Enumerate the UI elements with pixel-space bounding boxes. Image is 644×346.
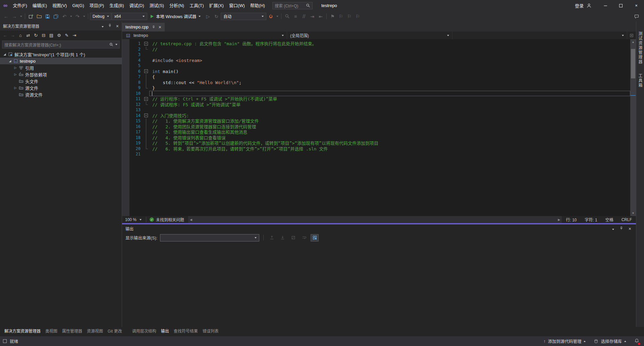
- auto-hide-tab-1[interactable]: 工具箱: [637, 74, 643, 88]
- line-number[interactable]: 9: [129, 85, 143, 91]
- line-number[interactable]: 7: [129, 74, 143, 80]
- maximize-button[interactable]: [613, 0, 629, 11]
- sign-in-button[interactable]: 登录: [575, 2, 584, 9]
- code-line-9[interactable]: 9}: [122, 85, 630, 91]
- scroll-up-icon[interactable]: ▲: [630, 39, 636, 45]
- horizontal-scrollbar[interactable]: [194, 216, 556, 223]
- line-number[interactable]: 3: [129, 52, 143, 58]
- code-line-19[interactable]: 19// 5. 转到“项目”>“添加新项”以创建新的代码文件，或转到“项目”>“…: [122, 140, 630, 146]
- code-text[interactable]: // 3. 使用输出窗口查看生成输出和其他消息: [149, 129, 630, 135]
- output-content[interactable]: [122, 243, 636, 327]
- menu-item-10[interactable]: 扩展(X): [207, 0, 226, 11]
- indent-icon[interactable]: ⇥: [308, 12, 316, 20]
- window-position-caret-icon[interactable]: [612, 226, 614, 231]
- code-line-1[interactable]: 1−// testrepo.cpp : 此文件包含 "main" 函数。程序执行…: [122, 41, 630, 47]
- line-number[interactable]: 8: [129, 80, 143, 85]
- left-panel-tab-4[interactable]: Git 更改: [105, 328, 124, 334]
- user-profile-icon[interactable]: [586, 3, 592, 8]
- code-line-21[interactable]: 21: [122, 151, 630, 157]
- save-icon[interactable]: [44, 12, 52, 20]
- bottom-panel-tab-0[interactable]: 调用层次结构: [130, 328, 159, 334]
- edit-icon[interactable]: ✎: [63, 31, 70, 39]
- clear-bookmarks-icon[interactable]: ⚐: [354, 12, 362, 20]
- code-text[interactable]: // 2. 使用团队资源管理器窗口连接到源代码管理: [149, 124, 630, 130]
- close-icon[interactable]: ×: [629, 226, 631, 231]
- line-number[interactable]: 6: [129, 69, 143, 74]
- fold-collapse-icon[interactable]: −: [143, 69, 149, 74]
- line-number[interactable]: 10: [129, 91, 143, 96]
- code-text[interactable]: // 入门使用技巧:: [149, 113, 630, 119]
- code-text[interactable]: }: [149, 85, 630, 91]
- comment-icon[interactable]: //: [300, 12, 308, 20]
- toggle-auto-scroll-icon[interactable]: [311, 234, 319, 241]
- close-icon[interactable]: ×: [116, 24, 119, 28]
- nav-project-dropdown[interactable]: ++ testrepo: [122, 31, 287, 39]
- tree-item-3[interactable]: ▷外部依赖项: [0, 71, 122, 78]
- tree-collapsed-arrow-icon[interactable]: ▷: [13, 86, 18, 89]
- select-repository-button[interactable]: 选择存储库: [594, 338, 626, 344]
- line-number[interactable]: 1: [129, 41, 143, 47]
- code-line-2[interactable]: 2//: [122, 47, 630, 52]
- tree-item-1[interactable]: ◢++testrepo: [0, 58, 122, 64]
- code-line-17[interactable]: 17// 3. 使用输出窗口查看生成输出和其他消息: [122, 129, 630, 135]
- tree-collapsed-arrow-icon[interactable]: ▷: [13, 73, 18, 76]
- code-text[interactable]: int main(): [149, 69, 630, 74]
- toggle-bookmark-icon[interactable]: ⚑: [328, 12, 336, 20]
- code-line-5[interactable]: 5: [122, 63, 630, 69]
- code-text[interactable]: std::cout << "Hello World!\n";: [149, 80, 630, 85]
- code-line-16[interactable]: 16// 2. 使用团队资源管理器窗口连接到源代码管理: [122, 124, 630, 130]
- scrollbar-thumb[interactable]: [631, 49, 635, 78]
- code-text[interactable]: [149, 151, 630, 157]
- explorer-forward-icon[interactable]: →: [9, 31, 16, 39]
- code-line-13[interactable]: 13: [122, 107, 630, 113]
- new-project-icon[interactable]: [27, 12, 35, 20]
- home-icon[interactable]: ⌂: [17, 31, 24, 39]
- status-column[interactable]: 字符: 1: [581, 217, 601, 222]
- minimize-button[interactable]: ─: [598, 0, 613, 11]
- scroll-down-icon[interactable]: ▼: [630, 210, 636, 216]
- menu-item-3[interactable]: Git(G): [69, 0, 87, 11]
- refresh-icon[interactable]: ↻: [32, 31, 40, 39]
- window-menu-caret-icon[interactable]: [102, 24, 104, 28]
- quick-launch-search[interactable]: 搜索 (Ctrl+Q): [272, 2, 313, 9]
- code-text[interactable]: [149, 107, 630, 113]
- line-number[interactable]: 13: [129, 107, 143, 113]
- code-line-14[interactable]: 14−// 入门使用技巧:: [122, 113, 630, 119]
- code-line-4[interactable]: 4#include <iostream>: [122, 58, 630, 63]
- menu-item-7[interactable]: 测试(S): [147, 0, 167, 11]
- auto-hide-tab-0[interactable]: 测试资源管理器: [637, 31, 643, 64]
- scrollbar-track[interactable]: [630, 45, 636, 210]
- solution-configuration-dropdown[interactable]: Debug: [90, 13, 111, 20]
- line-number[interactable]: 20: [129, 146, 143, 152]
- code-text[interactable]: // 6. 将来，若要再次打开此项目，请转到“文件”>“打开”>“项目”并选择 …: [149, 146, 630, 152]
- goto-next-message-icon[interactable]: [278, 234, 286, 241]
- undo-icon[interactable]: ↶: [60, 12, 68, 20]
- code-lines[interactable]: 1−// testrepo.cpp : 此文件包含 "main" 函数。程序执行…: [122, 39, 630, 216]
- outdent-icon[interactable]: ⇤: [317, 12, 325, 20]
- open-file-icon[interactable]: [35, 12, 43, 20]
- show-all-files-icon[interactable]: ▤: [48, 31, 55, 39]
- code-text[interactable]: // 1. 使用解决方案资源管理器窗口添加/管理文件: [149, 118, 630, 124]
- close-tab-icon[interactable]: ×: [159, 24, 161, 30]
- code-text[interactable]: // 5. 转到“项目”>“添加新项”以创建新的代码文件，或转到“项目”>“添加…: [149, 140, 630, 146]
- left-panel-tab-3[interactable]: 资源视图: [85, 328, 105, 334]
- search-options-caret-icon[interactable]: [115, 44, 117, 45]
- tree-collapsed-arrow-icon[interactable]: ▷: [13, 66, 18, 69]
- solution-platform-dropdown[interactable]: x64: [112, 13, 147, 20]
- fold-collapse-icon[interactable]: −: [143, 113, 149, 119]
- tree-item-2[interactable]: ▷引用: [0, 64, 122, 71]
- line-number[interactable]: 14: [129, 113, 143, 119]
- sync-with-active-document-icon[interactable]: ⇄: [24, 31, 32, 39]
- left-panel-tab-1[interactable]: 类视图: [43, 328, 60, 334]
- menu-item-11[interactable]: 窗口(W): [226, 0, 248, 11]
- status-line-ending[interactable]: CRLF: [618, 217, 636, 222]
- clear-all-icon[interactable]: [289, 234, 297, 241]
- scroll-left-icon[interactable]: ◀: [188, 216, 194, 223]
- pin-icon[interactable]: [108, 23, 112, 29]
- start-without-debugging-icon[interactable]: ▷: [204, 12, 212, 20]
- bottom-panel-tab-3[interactable]: 错误列表: [200, 328, 221, 334]
- left-panel-tab-2[interactable]: 属性管理器: [60, 328, 85, 334]
- previous-bookmark-icon[interactable]: ⚐: [337, 12, 345, 20]
- code-line-3[interactable]: 3: [122, 52, 630, 58]
- navbar-options-icon[interactable]: [627, 31, 636, 39]
